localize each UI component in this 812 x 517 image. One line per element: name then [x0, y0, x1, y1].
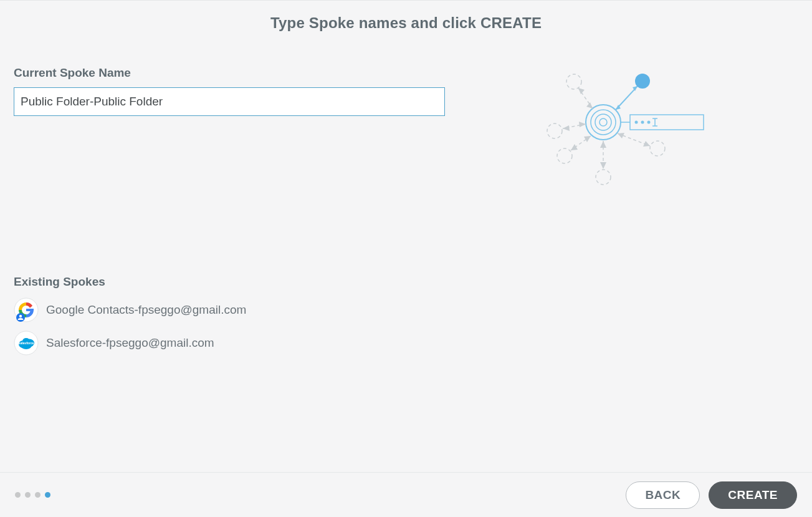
svg-marker-40	[578, 88, 585, 94]
svg-point-34	[650, 141, 665, 156]
salesforce-icon: salesforce	[14, 331, 39, 355]
existing-spoke-label: Google Contacts-fpseggo@gmail.com	[46, 303, 246, 317]
svg-point-2	[19, 315, 22, 317]
existing-spoke-row: salesforce Salesforce-fpseggo@gmail.com	[14, 331, 445, 355]
svg-point-28	[547, 123, 562, 138]
step-dot-active	[45, 492, 50, 498]
svg-marker-35	[586, 102, 593, 109]
svg-point-11	[595, 114, 611, 130]
existing-spoke-label: Salesforce-fpseggo@gmail.com	[46, 336, 214, 350]
svg-point-14	[634, 121, 638, 124]
svg-marker-41	[563, 125, 570, 131]
svg-marker-38	[600, 141, 606, 148]
svg-marker-43	[600, 162, 606, 169]
form-column: Current Spoke Name Existing Spokes	[14, 66, 445, 472]
spoke-network-illustration-icon	[538, 66, 706, 472]
wizard-footer: BACK CREATE	[0, 472, 812, 517]
step-dot	[35, 492, 41, 498]
google-contacts-icon	[14, 297, 39, 322]
existing-spokes-heading: Existing Spokes	[14, 275, 445, 289]
step-dot	[25, 492, 31, 498]
page-header: Type Spoke names and click CREATE	[0, 1, 812, 32]
footer-buttons: BACK CREATE	[626, 481, 797, 509]
step-dot	[15, 492, 21, 498]
page-body: Current Spoke Name Existing Spokes	[0, 32, 812, 472]
svg-point-15	[641, 121, 644, 124]
svg-point-16	[647, 121, 650, 124]
svg-point-32	[596, 170, 611, 185]
current-spoke-label: Current Spoke Name	[14, 66, 445, 80]
svg-marker-37	[584, 136, 591, 142]
svg-point-12	[599, 118, 607, 126]
svg-point-10	[591, 110, 616, 135]
existing-spoke-row: Google Contacts-fpseggo@gmail.com	[14, 297, 445, 322]
page-title: Type Spoke names and click CREATE	[0, 14, 812, 32]
svg-marker-36	[579, 122, 586, 127]
svg-text:salesforce: salesforce	[19, 341, 34, 345]
create-button[interactable]: CREATE	[709, 481, 797, 509]
svg-point-26	[566, 74, 581, 89]
step-indicator	[15, 492, 50, 498]
svg-point-30	[557, 148, 572, 163]
back-button[interactable]: BACK	[626, 481, 700, 509]
wizard-page: Type Spoke names and click CREATE Curren…	[0, 0, 812, 517]
existing-spokes-section: Existing Spokes	[14, 275, 445, 355]
svg-marker-42	[571, 144, 578, 150]
illustration-column	[445, 66, 798, 472]
svg-point-24	[635, 74, 650, 89]
current-spoke-input[interactable]	[14, 87, 445, 116]
